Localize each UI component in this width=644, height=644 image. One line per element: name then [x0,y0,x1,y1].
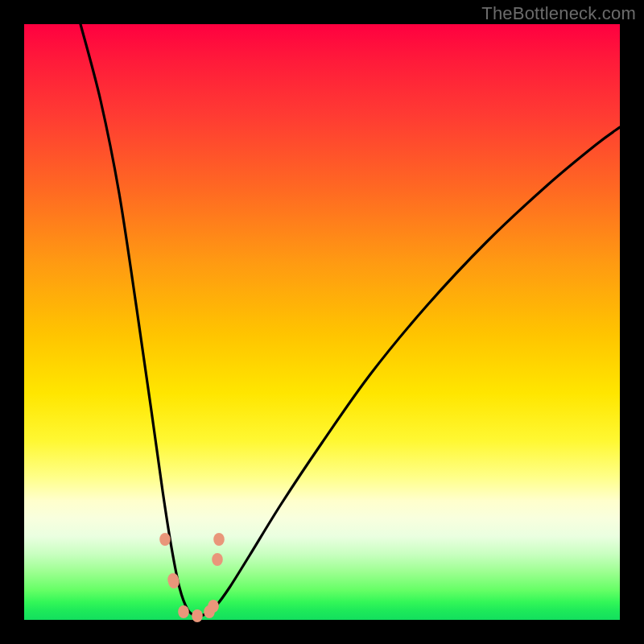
outer-frame: TheBottleneck.com [0,0,644,644]
data-marker [178,605,189,618]
data-marker [168,576,180,588]
data-marker [159,533,171,546]
data-markers [159,533,225,622]
data-marker [208,600,219,613]
data-marker [192,609,203,622]
plot-area [24,24,620,620]
data-marker [212,553,223,566]
watermark-text: TheBottleneck.com [481,3,636,24]
data-marker [213,533,225,546]
bottleneck-curve [80,24,620,616]
chart-svg [24,24,620,620]
